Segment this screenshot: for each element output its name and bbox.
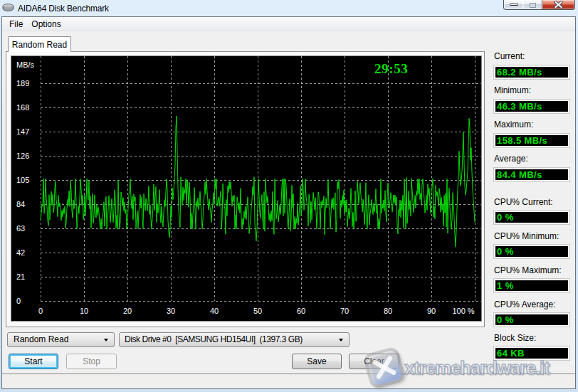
svg-text:MB/s: MB/s [16, 60, 35, 69]
svg-text:0: 0 [38, 307, 43, 315]
svg-text:189: 189 [16, 79, 29, 88]
svg-text:42: 42 [16, 248, 25, 257]
svg-text:10: 10 [80, 307, 88, 315]
svg-text:105: 105 [16, 176, 29, 184]
svg-text:20: 20 [123, 307, 132, 315]
svg-text:70: 70 [340, 307, 349, 315]
svg-text:100 %: 100 % [452, 307, 474, 315]
svg-text:84: 84 [16, 200, 25, 208]
svg-text:147: 147 [16, 127, 29, 136]
svg-text:90: 90 [427, 307, 436, 315]
svg-text:126: 126 [16, 152, 29, 160]
svg-text:30: 30 [167, 307, 175, 315]
svg-text:50: 50 [253, 307, 262, 315]
svg-text:80: 80 [384, 307, 392, 315]
svg-text:168: 168 [16, 103, 29, 112]
svg-text:40: 40 [210, 307, 219, 315]
svg-text:60: 60 [297, 307, 305, 315]
svg-text:0: 0 [16, 297, 21, 305]
svg-text:21: 21 [16, 272, 25, 281]
svg-text:29:53: 29:53 [374, 61, 408, 76]
svg-text:63: 63 [16, 224, 25, 233]
